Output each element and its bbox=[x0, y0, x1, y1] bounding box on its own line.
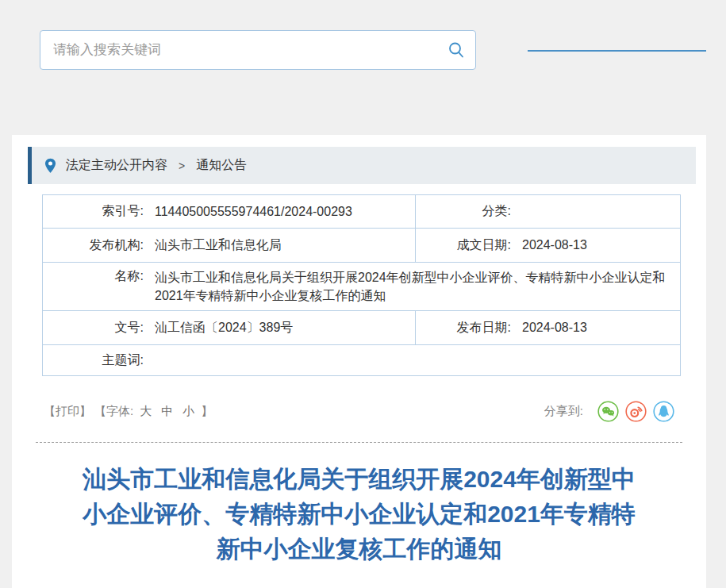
table-row: 文号: 汕工信函〔2024〕389号 发布日期: 2024-08-13 bbox=[43, 311, 681, 345]
qq-share-icon[interactable] bbox=[653, 401, 674, 422]
table-row: 发布机构: 汕头市工业和信息化局 成文日期: 2024-08-13 bbox=[43, 229, 681, 263]
share-label: 分享到: bbox=[544, 404, 583, 419]
breadcrumb-item-notices[interactable]: 通知公告 bbox=[196, 157, 247, 174]
issuing-agency-value: 汕头市工业和信息化局 bbox=[155, 237, 282, 254]
title-field-label: 名称: bbox=[43, 268, 144, 285]
font-size-label-close: 】 bbox=[201, 404, 213, 419]
font-size-small-button[interactable]: 小 bbox=[182, 404, 194, 419]
article-toolbar: 【打印】 【字体: 大 中 小 】 分享到: bbox=[44, 400, 674, 422]
font-size-large-button[interactable]: 大 bbox=[140, 404, 152, 419]
table-row: 索引号: 114405005555974461/2024-00293 分类: bbox=[43, 195, 681, 229]
title-field-value: 汕头市工业和信息化局关于组织开展2024年创新型中小企业评价、专精特新中小企业认… bbox=[155, 268, 680, 305]
doc-number-value: 汕工信函〔2024〕389号 bbox=[155, 320, 293, 336]
category-label: 分类: bbox=[416, 203, 511, 220]
search-input[interactable] bbox=[40, 31, 437, 69]
font-size-label: 【字体: bbox=[94, 404, 133, 419]
meta-table: 索引号: 114405005555974461/2024-00293 分类: 发… bbox=[42, 194, 681, 376]
written-date-value: 2024-08-13 bbox=[522, 238, 587, 252]
font-size-medium-button[interactable]: 中 bbox=[161, 404, 173, 419]
publish-date-label: 发布日期: bbox=[416, 320, 511, 336]
location-pin-icon bbox=[44, 158, 56, 174]
written-date-label: 成文日期: bbox=[416, 237, 511, 254]
search-box bbox=[40, 30, 476, 70]
index-number-value: 114405005555974461/2024-00293 bbox=[155, 205, 352, 219]
breadcrumb: 法定主动公开内容 > 通知公告 bbox=[28, 147, 696, 184]
wechat-share-icon[interactable] bbox=[597, 401, 619, 422]
page-title: 汕头市工业和信息化局关于组织开展2024年创新型中小企业评价、专精特新中小企业认… bbox=[74, 462, 645, 567]
issuing-agency-label: 发布机构: bbox=[43, 237, 144, 254]
search-button[interactable] bbox=[437, 31, 475, 69]
top-divider-line bbox=[528, 50, 706, 52]
index-number-label: 索引号: bbox=[43, 203, 144, 220]
weibo-share-icon[interactable] bbox=[625, 401, 647, 422]
table-row: 名称: 汕头市工业和信息化局关于组织开展2024年创新型中小企业评价、专精特新中… bbox=[43, 263, 681, 311]
publish-date-value: 2024-08-13 bbox=[522, 321, 587, 335]
article-title-block: 汕头市工业和信息化局关于组织开展2024年创新型中小企业评价、专精特新中小企业认… bbox=[12, 462, 706, 567]
keywords-label: 主题词: bbox=[43, 352, 144, 369]
breadcrumb-separator: > bbox=[179, 159, 185, 172]
doc-number-label: 文号: bbox=[43, 320, 144, 336]
content-panel: 法定主动公开内容 > 通知公告 索引号: 114405005555974461/… bbox=[12, 135, 706, 588]
breadcrumb-item-open-content[interactable]: 法定主动公开内容 bbox=[66, 157, 167, 174]
search-icon bbox=[447, 40, 466, 60]
table-row: 主题词: bbox=[43, 345, 681, 376]
dashed-divider bbox=[36, 442, 682, 443]
print-button[interactable]: 【打印】 bbox=[44, 404, 91, 419]
